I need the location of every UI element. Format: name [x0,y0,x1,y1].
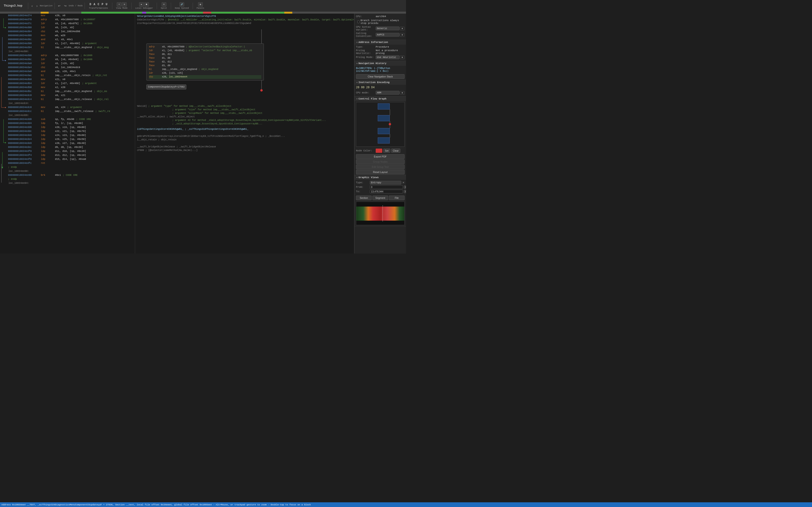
asm-line[interactable]: 000000010034ed84 cbz x0, loc_10034ed98 [7,30,135,34]
asm-line[interactable]: 000000010034edc4 bl imp___stubs__objc_re… [7,97,135,101]
cfg-header[interactable]: ▼ Control Flow Graph [355,97,406,101]
clear-color-button[interactable]: Clear [391,149,400,153]
nav-history-section: ▼ Navigation History 0x10017789c (-[TXBu… [355,61,406,80]
asm-line[interactable]: 000000010034ed9c ldr x8, [x8, #0x6e8]; 0… [7,58,135,61]
svg-rect-26 [378,128,390,134]
gv-from-input[interactable] [370,185,403,189]
cpu-mode-clear-btn[interactable]: ✕ [400,91,405,95]
group-nodes-button[interactable]: Group Nodes [356,159,405,164]
gv-to-cur-pos-button[interactable]: Cur. Pos. [404,190,406,193]
panels-group[interactable]: ▦ Panels [195,1,206,10]
undo-button[interactable]: ↩ [57,3,62,8]
local-debugger-group[interactable]: ▶ ⏹ Local Debugger [134,1,155,10]
set-color-button[interactable]: Set [383,149,390,153]
export-pdf-button[interactable]: Export PDF [356,154,405,159]
asm-line[interactable]: 000000010034edf0 ldp d11, d10, [sp, #0x2… [7,149,135,153]
calling-clear-btn[interactable]: ✕ [400,33,405,37]
asm-line[interactable]: 000000010034ede4 ldp x26, x25, [sp, #0x5… [7,137,135,141]
gv-segment-button[interactable]: Segment [372,195,388,200]
address-triangle: ▼ [356,41,358,44]
cfg-canvas[interactable] [356,102,405,147]
asm-line[interactable]: 000000010034edb0 mov x21, x0 [7,77,135,81]
gv-type-clear-btn[interactable]: ✕ [402,181,405,184]
asm-line[interactable]: 000000010034ede8 ldp x28, x27, [sp, #0x4… [7,141,135,145]
asm-line[interactable]: 000000010034edb8 mov x2, x20 [7,86,135,90]
asm-line[interactable]: 000000010034edb4 ldr x1, [x27, #0x468]; … [7,81,135,86]
split-group[interactable]: ⊟ Split [159,1,169,10]
asm-line[interactable]: 000000010034ed90 ldr x1, [x27, #0x468]; … [7,42,135,46]
keep-synced-group[interactable]: 🔗 Keep Synced [173,1,191,10]
asm-line[interactable]: 000000010034ee00 brk #0x1; CODE XRE [7,173,135,177]
middle-scroll[interactable]: %6target6ActionABSd_S2dypSg1OObjectiveC0… [135,14,354,253]
asm-line[interactable]: 000000010034edd4 ldp fp, lr, [sp, #0x90] [7,121,135,125]
syntax-select[interactable]: Generic [376,26,399,30]
left-assembly-panel[interactable]: 000000010034ed74 mov x20, x0 00000001003… [0,14,135,253]
node-color-swatch[interactable] [376,149,382,153]
asm-line[interactable]: 000000010034ed78 adrp x8, #0x100697000; … [7,17,135,21]
asm-line[interactable]: 000000010034ed74 mov x20, x0 [7,14,135,17]
asm-line[interactable]: 000000010034edac bl imp___stubs__objc_re… [7,73,135,77]
prolog-mode-clear-btn[interactable]: ✕ [400,56,405,59]
asm-line[interactable]: 000000010034edcc bl imp___stubs__swift_r… [7,109,135,113]
svg-rect-29 [356,207,404,221]
branch-checkbox[interactable] [357,20,359,23]
prolog-mode-select[interactable]: Use Heuristic [376,55,399,59]
asm-line[interactable]: 000000010034ed98 adrp x8, #0x100697000; … [7,54,135,58]
gv-to-input[interactable] [370,190,403,193]
view-mode-group[interactable]: ≡ ⊞ View Mode [114,1,130,10]
asm-line[interactable]: 000000010034ed8c and x2, x8, #0x1 [7,38,135,42]
asm-line[interactable]: 000000010034edec ldp d9, d8, [sp, #0x30] [7,145,135,149]
entropy-graphic[interactable] [356,202,405,225]
debugger-icon2: ⏹ [144,2,149,7]
address-section-header[interactable]: ▼ Address Information [355,40,406,45]
gv-type-select[interactable]: Entropy [370,181,401,184]
nav-history-header[interactable]: ▼ Navigation History [355,61,406,66]
panels-icon: ▦ [198,2,203,7]
gv-triangle: ▼ [356,176,358,179]
nav-forward-button[interactable]: › [35,3,39,9]
asm-line[interactable]: 000000010034eda0 ldr x0, [x26, x8] [7,61,135,65]
instruction-encoding-header[interactable]: ▼ Instruction Encoding [355,80,406,85]
transformations-group[interactable]: D A C P U Transformations [87,1,110,10]
graphic-views-section: ▼ Graphic Views Type: Entropy ✕ From: Cu… [355,175,406,226]
syntax-clear-btn[interactable]: ✕ [400,27,405,30]
popup-block: adrp x8, #0x100667000 ; &@selector(setCa… [146,44,264,80]
syntax-label: CPU Syntax Variant: [356,25,375,31]
redo-button[interactable]: ↪ [63,3,68,8]
asm-line[interactable]: 000000010034edf4 ldp d13, d12, [sp, #0x1… [7,153,135,157]
asm-line[interactable]: 000000010034edf8 ldp d15, d14, [sp], #0x… [7,157,135,161]
gv-from-cur-pos-button[interactable]: Cur. Pos. [404,185,406,189]
nav-history-triangle: ▼ [356,62,358,64]
asm-line[interactable]: 000000010034edd0 sub sp, fp, #0x90; CODE… [7,117,135,121]
asm-line[interactable]: 000000010034eda8 and x20, x20, #0x1 [7,69,135,73]
gv-section-button[interactable]: Section [356,195,372,200]
gv-segment-row: Section Segment File [355,195,406,201]
cpu-mode-row: CPU mode: ARM ✕ [356,91,405,95]
asm-line[interactable]: 000000010034ed80 ldr x0, [x26, x8] [7,25,135,30]
asm-line[interactable]: 000000010034edd8 ldp x20, x19, [sp, #0x8… [7,125,135,129]
asm-line[interactable]: 000000010034ed7c ldr x8, [x8, #0x6f0]; 0… [7,21,135,25]
asm-line[interactable]: 000000010034edbc bl imp___stubs__objc_ms… [7,90,135,94]
edit-group-text-button[interactable]: Edit Group Text [356,165,405,169]
calling-select[interactable]: AAPCS [376,33,399,37]
gv-file-button[interactable]: File [389,195,405,200]
asm-line[interactable]: 000000010034ed94 bl imp___stubs__objc_ms… [7,46,135,50]
instruction-encoding-section: ▼ Instruction Encoding 20 00 20 D4 CPU m… [355,80,406,97]
nav-back-button[interactable]: ‹ [30,3,34,9]
split-icon: ⊟ [162,2,166,7]
graphic-views-header[interactable]: ▼ Graphic Views [355,175,406,180]
prolog-heuristic-label: Prolog Heuristic: [356,49,375,55]
asm-line[interactable]: 000000010034eda4 cbz x0, loc_10034edc8 [7,65,135,69]
clear-nav-stack-button[interactable]: Clear Navigation Stack [356,74,405,79]
asm-line[interactable]: 000000010034edfc ret [7,161,135,165]
asm-line[interactable]: 000000010034ede0 ldp x24, x23, [sp, #0x6… [7,133,135,137]
asm-line[interactable]: 000000010034edc0 mov x0, x21 [7,94,135,97]
nav-history-entry: 0x10017789c (-[TXButton initWithFrame:] … [355,66,406,73]
cpu-mode-select[interactable]: ARM [376,91,399,95]
type-value: Procedure [376,46,405,48]
reset-layout-button[interactable]: Reset Layout [356,170,405,174]
asm-line[interactable]: 000000010034ed88 mvn w8, w20 [7,34,135,38]
prolog-mode-row: Prolog Mode: Use Heuristic ✕ [356,55,405,59]
asm-line[interactable]: 000000010034edc8 mov x0, x24; argument [7,105,135,109]
asm-line[interactable]: 000000010034eddc ldp x22, x21, [sp, #0x7… [7,129,135,133]
